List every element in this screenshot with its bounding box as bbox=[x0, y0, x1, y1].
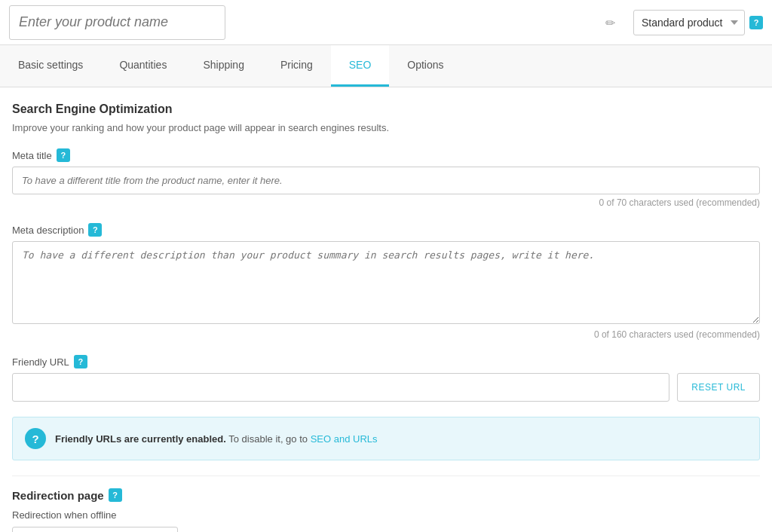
meta-description-label-text: Meta description bbox=[12, 225, 84, 236]
product-type-help-badge[interactable]: ? bbox=[749, 16, 763, 29]
redirection-select[interactable]: No redirection (404)301 Moved Permanentl… bbox=[12, 527, 178, 532]
info-banner-regular-text: To disable it, go to bbox=[228, 433, 310, 445]
seo-section-title: Search Engine Optimization bbox=[12, 102, 760, 116]
friendly-url-help-badge[interactable]: ? bbox=[74, 355, 87, 368]
main-content: Search Engine Optimization Improve your … bbox=[0, 87, 772, 532]
info-banner-icon: ? bbox=[25, 428, 46, 449]
info-banner: ? Friendly URLs are currently enabled. T… bbox=[12, 417, 760, 460]
meta-title-help-badge[interactable]: ? bbox=[57, 148, 70, 162]
meta-title-label: Meta title ? bbox=[12, 148, 760, 162]
tab-pricing[interactable]: Pricing bbox=[262, 45, 331, 87]
redirection-help-badge[interactable]: ? bbox=[109, 488, 122, 502]
tab-quantities[interactable]: Quantities bbox=[101, 45, 185, 87]
meta-description-char-count: 0 of 160 characters used (recommended) bbox=[12, 329, 760, 340]
edit-icon[interactable]: ✏ bbox=[605, 15, 615, 29]
meta-title-group: Meta title ? 0 of 70 characters used (re… bbox=[12, 148, 760, 208]
product-name-input[interactable] bbox=[9, 5, 225, 40]
tabs-bar: Basic settings Quantities Shipping Prici… bbox=[0, 45, 772, 87]
info-banner-link[interactable]: SEO and URLs bbox=[311, 433, 378, 445]
redirection-sub-label: Redirection when offline bbox=[12, 509, 760, 521]
meta-description-group: Meta description ? 0 of 160 characters u… bbox=[12, 223, 760, 340]
tab-options[interactable]: Options bbox=[389, 45, 461, 87]
friendly-url-label: Friendly URL ? bbox=[12, 355, 760, 368]
friendly-url-group: Friendly URL ? RESET URL bbox=[12, 355, 760, 402]
info-banner-text: Friendly URLs are currently enabled. To … bbox=[55, 433, 378, 445]
info-banner-bold-text: Friendly URLs are currently enabled. bbox=[55, 433, 226, 445]
seo-section-desc: Improve your ranking and how your produc… bbox=[12, 122, 760, 133]
product-type-wrapper: Standard productPack of productsVirtual … bbox=[633, 10, 763, 35]
reset-url-button[interactable]: RESET URL bbox=[677, 373, 760, 402]
redirection-title: Redirection page ? bbox=[12, 488, 760, 502]
url-row: RESET URL bbox=[12, 373, 760, 402]
meta-title-label-text: Meta title bbox=[12, 150, 52, 161]
tab-basic-settings[interactable]: Basic settings bbox=[0, 45, 101, 87]
product-type-select[interactable]: Standard productPack of productsVirtual … bbox=[633, 10, 745, 35]
redirection-group: Redirection page ? Redirection when offl… bbox=[12, 488, 760, 532]
meta-description-label: Meta description ? bbox=[12, 223, 760, 237]
friendly-url-label-text: Friendly URL bbox=[12, 356, 69, 368]
divider bbox=[12, 475, 760, 476]
meta-description-input[interactable] bbox=[12, 241, 760, 324]
product-name-wrapper: ✏ bbox=[9, 5, 624, 40]
tab-seo[interactable]: SEO bbox=[331, 45, 390, 87]
meta-title-char-count: 0 of 70 characters used (recommended) bbox=[12, 197, 760, 208]
redirection-title-text: Redirection page bbox=[12, 489, 104, 502]
friendly-url-input[interactable] bbox=[12, 373, 669, 402]
top-bar: ✏ Standard productPack of productsVirtua… bbox=[0, 0, 772, 45]
meta-title-input[interactable] bbox=[12, 167, 760, 194]
tab-shipping[interactable]: Shipping bbox=[185, 45, 262, 87]
meta-description-help-badge[interactable]: ? bbox=[88, 223, 102, 237]
